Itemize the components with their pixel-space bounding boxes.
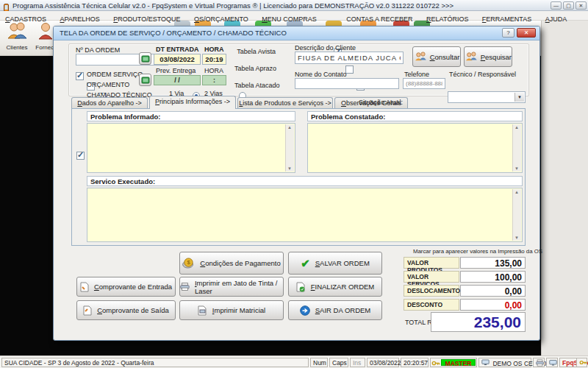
problema-constatado-header: Problema Constatado: xyxy=(307,111,523,121)
status-demo-segment: DEMO OS CEL 2.0 xyxy=(478,358,531,367)
minimize-button[interactable]: — xyxy=(551,1,562,10)
tabela-aprazo-label: Tabela Aprazo xyxy=(234,65,276,72)
prev-entrega-label: Prev. Entrega xyxy=(156,67,196,74)
entrada-calendar-button[interactable] xyxy=(139,52,151,65)
tab-principais-informacoes[interactable]: Principais Informações -> xyxy=(149,96,236,109)
comprovante-entrada-button[interactable]: Comprovante de Entrada xyxy=(76,277,176,297)
imprimir-jato-label: Imprimir em Jato de Tinta / Laser xyxy=(195,279,283,295)
service-order-dialog: TELA DA ORDEM DE SERVIÇO / ORÇAMENTO / C… xyxy=(53,26,540,341)
hora-entrada-input[interactable] xyxy=(202,54,226,65)
servico-executado-header: Servico Executado: xyxy=(87,176,523,186)
comprovante-entrada-label: Comprovante de Entrada xyxy=(94,283,172,291)
toolbar-clientes-button[interactable]: Clientes xyxy=(3,22,31,51)
right-panel-background xyxy=(541,21,588,355)
tecnico-label: Técnico / Responsável xyxy=(449,71,516,78)
dt-entrada-input[interactable] xyxy=(154,54,201,65)
dialog-help-button[interactable]: ? xyxy=(502,28,514,38)
condicoes-pagamento-button[interactable]: $ Condições de Pagamento xyxy=(179,252,284,275)
status-key-segment xyxy=(576,358,587,367)
status-date: 03/08/2022 xyxy=(367,358,399,367)
comprovante-saida-button[interactable]: Comprovante de Saída xyxy=(76,300,176,320)
key-icon xyxy=(579,359,587,366)
menu-aparelhos[interactable]: APARELHOS xyxy=(54,15,104,23)
computer-icon xyxy=(481,359,490,366)
situacao-label: Situação Atual: xyxy=(359,99,403,106)
ordem-servico-label: ORDEM SERVIÇO xyxy=(87,71,143,78)
status-monitor-segment[interactable] xyxy=(546,358,558,367)
chevron-down-icon: ▼ xyxy=(514,93,524,102)
status-time: 20:20:57 xyxy=(401,358,429,367)
consultar-label: Consultar xyxy=(430,53,460,61)
cliente-input[interactable] xyxy=(295,52,404,64)
scrollbar[interactable] xyxy=(285,124,294,171)
tecnico-select[interactable]: ▼ xyxy=(448,91,526,103)
desconto-value: 0,00 xyxy=(460,299,526,311)
tab-lista-produtos-servicos[interactable]: Lista de Produtos e Serviços -> xyxy=(237,97,333,109)
close-button[interactable]: ✕ xyxy=(576,1,587,10)
telefone-label: Telefone xyxy=(404,71,429,78)
status-caps-lock: Caps xyxy=(329,358,348,367)
monitor-icon xyxy=(549,359,557,367)
problema-informado-checkbox[interactable] xyxy=(76,152,85,160)
document-check-icon xyxy=(296,282,306,292)
menu-contas-a-receber[interactable]: CONTAS A RECEBER xyxy=(341,15,417,23)
status-insert: Ins xyxy=(350,358,365,367)
exit-arrow-icon xyxy=(300,305,310,316)
hora-prev-input[interactable] xyxy=(202,75,226,85)
orcamento-label: ORÇAMENTO xyxy=(87,81,129,88)
window-titlebar: Programa Assistência Técnica Celular v2.… xyxy=(0,0,588,11)
finalizar-ordem-label: FINALIZAR ORDEM xyxy=(311,283,375,291)
window-title: Programa Assistência Técnica Celular v2.… xyxy=(12,1,453,10)
contato-label: Nome do Contato xyxy=(295,71,347,78)
contato-input[interactable] xyxy=(295,78,399,89)
dialog-titlebar[interactable]: TELA DA ORDEM DE SERVIÇO / ORÇAMENTO / C… xyxy=(54,26,539,40)
servico-executado-textarea[interactable] xyxy=(87,188,523,242)
menu-produto-estoque[interactable]: PRODUTO/ESTOQUE xyxy=(108,15,185,23)
desconto-label: DESCONTO xyxy=(404,299,459,311)
tabela-avista-label: Tabela Avista xyxy=(234,48,276,55)
telefone-input[interactable] xyxy=(403,78,445,89)
menu-ajuda[interactable]: AJUDA xyxy=(540,15,573,23)
imprimir-matricial-button[interactable]: Imprimir Matricial xyxy=(179,300,284,320)
printer-doc-icon xyxy=(198,305,207,316)
menu-bar: CADASTROS APARELHOS PRODUTO/ESTOQUE OS/O… xyxy=(0,11,588,21)
menu-os-orcamento[interactable]: OS/ORÇAMENTO xyxy=(189,15,254,23)
menu-ferramentas[interactable]: FERRAMENTAS xyxy=(477,15,537,23)
valor-servicos-value: 100,00 xyxy=(460,271,526,283)
status-num-lock: Num xyxy=(310,358,328,367)
people-icon xyxy=(414,52,427,62)
tab-dados-aparelho[interactable]: Dados do Aparelho -> xyxy=(71,97,148,109)
tabela-atacado-label: Tabela Atacado xyxy=(234,82,276,89)
valor-produtos-value: 135,00 xyxy=(460,257,526,269)
comprovante-saida-label: Comprovante de Saída xyxy=(97,306,169,314)
finalizar-ordem-button[interactable]: FINALIZAR ORDEM xyxy=(288,277,382,297)
salvar-ordem-button[interactable]: ✔ SALVAR ORDEM xyxy=(288,252,382,275)
maximize-button[interactable]: ▢ xyxy=(563,1,574,10)
printer-icon xyxy=(180,282,190,291)
valor-servicos-label: VALOR SERVICOS xyxy=(404,271,459,283)
consultar-button[interactable]: Consultar xyxy=(412,46,461,67)
scrollbar[interactable] xyxy=(512,189,521,241)
sair-ordem-label: SAIR DA ORDEM xyxy=(315,306,371,314)
hora-prev-label: HORA xyxy=(204,67,223,74)
menu-menu-compras[interactable]: MENU COMPRAS xyxy=(257,15,322,23)
ordem-servico-checkbox[interactable] xyxy=(76,72,84,80)
problema-informado-textarea[interactable] xyxy=(87,123,295,173)
menu-cadastros[interactable]: CADASTROS xyxy=(0,15,51,23)
scrollbar[interactable] xyxy=(512,124,521,171)
salvar-ordem-label: SALVAR ORDEM xyxy=(315,259,370,267)
dialog-close-button[interactable]: ✕ xyxy=(517,28,536,38)
imprimir-matricial-label: Imprimir Matricial xyxy=(212,306,265,314)
prev-entrega-input[interactable] xyxy=(154,75,201,85)
imprimir-jato-button[interactable]: Imprimir em Jato de Tinta / Laser xyxy=(179,277,284,297)
problema-informado-header: Problema Informado: xyxy=(87,111,295,121)
pesquisar-button[interactable]: Pesquisar xyxy=(464,46,512,67)
condicoes-pagamento-label: Condições de Pagamento xyxy=(200,259,280,267)
problema-constatado-textarea[interactable] xyxy=(307,123,523,173)
check-icon: ✔ xyxy=(301,257,310,270)
sair-ordem-button[interactable]: SAIR DA ORDEM xyxy=(288,300,382,320)
menu-relatorios[interactable]: RELATÓRIOS xyxy=(421,15,473,23)
status-printer-segment[interactable] xyxy=(533,358,545,367)
order-number-label: Nº DA ORDEM xyxy=(76,46,120,54)
prev-entrega-calendar-button[interactable] xyxy=(139,74,151,86)
